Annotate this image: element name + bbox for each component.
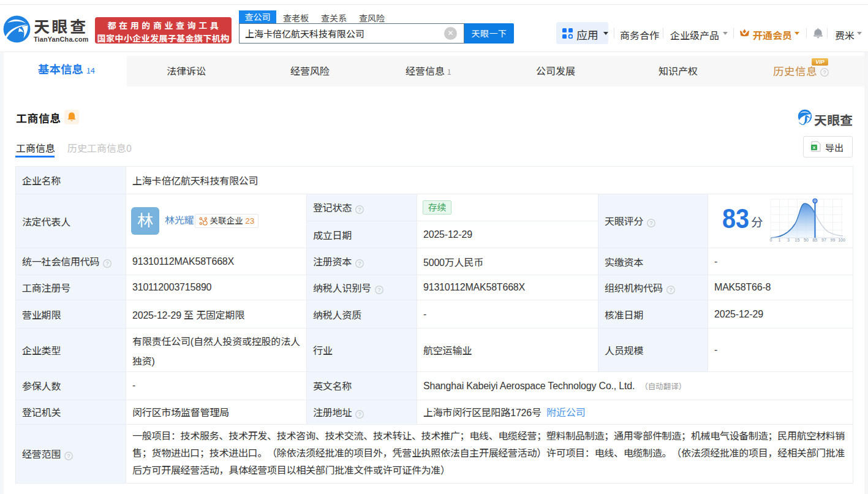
svg-text:?: ? xyxy=(377,287,380,293)
svg-text:?: ? xyxy=(358,207,361,213)
svg-text:1: 1 xyxy=(779,238,781,242)
svg-text:15: 15 xyxy=(795,238,800,242)
svg-text:100: 100 xyxy=(838,238,845,242)
svg-text:?: ? xyxy=(358,411,361,417)
svg-text:50: 50 xyxy=(804,238,809,242)
svg-text:99: 99 xyxy=(831,238,836,242)
svg-text:?: ? xyxy=(650,220,653,226)
svg-text:?: ? xyxy=(669,287,672,293)
svg-text:85: 85 xyxy=(813,238,818,242)
svg-text:0: 0 xyxy=(770,238,772,242)
svg-text:?: ? xyxy=(823,69,826,75)
svg-text:?: ? xyxy=(358,260,361,267)
svg-text:x: x xyxy=(813,145,816,150)
svg-text:97: 97 xyxy=(821,238,826,242)
svg-text:3: 3 xyxy=(787,238,790,242)
svg-text:?: ? xyxy=(106,260,109,267)
svg-text:?: ? xyxy=(67,453,70,459)
